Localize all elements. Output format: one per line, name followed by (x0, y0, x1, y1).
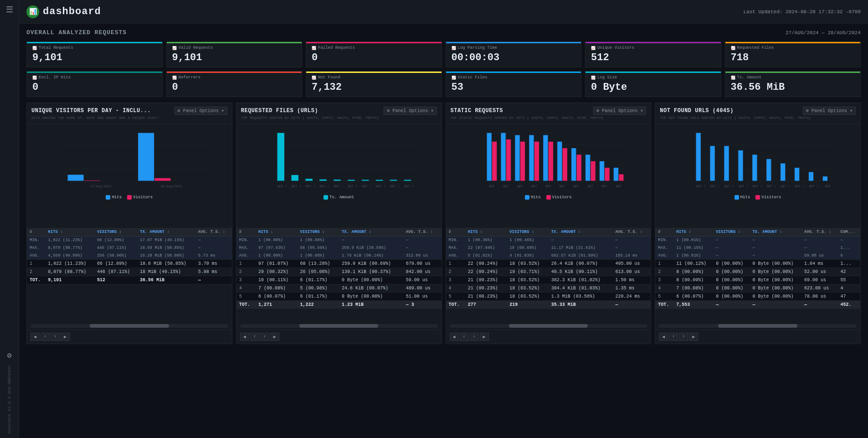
page-btn-1-3[interactable]: ▶ (270, 333, 279, 341)
table-row[interactable]: 47 (00.08%)5 (00.98%)24.6 KiB (00.07%)48… (236, 284, 442, 292)
page-btn-1-2[interactable]: › (260, 333, 269, 341)
panel-requested-files: REQUESTED FILES (URLS)⚙ Panel Options ▾T… (236, 103, 442, 344)
page-btn-3-0[interactable]: ◀ (659, 333, 668, 341)
page-btn-0-0[interactable]: ◀ (31, 333, 40, 341)
stat-card-7[interactable]: 📈 Referrers 0 (166, 71, 303, 97)
svg-text:GET: GET (531, 185, 537, 188)
svg-rect-81 (766, 159, 771, 181)
table-row[interactable]: 28 (00.09%)0 (00.00%)0 Byte (00.00%)52.0… (655, 268, 860, 276)
th-3-3[interactable]: TX. AMOUNT ↕ (750, 228, 801, 237)
page-btn-2-2[interactable]: › (470, 333, 479, 341)
th-0-2[interactable]: VISITORS ↕ (94, 228, 137, 237)
th-2-2[interactable]: VISITORS ↕ (507, 228, 548, 237)
table-row[interactable]: 229 (00.32%)26 (05.08%)139.1 KiB (00.37%… (236, 268, 442, 276)
stat-card-9[interactable]: 📈 Static Files 53 (446, 71, 582, 97)
scroll-thumb-3[interactable] (718, 324, 797, 328)
table-row[interactable]: 310 (00.11%)6 (01.17%)0 Byte (00.00%)59.… (236, 276, 442, 284)
th-3-2[interactable]: VISITORS ↕ (713, 228, 750, 237)
table-row[interactable]: 122 (00.24%)18 (03.52%)26.4 KiB (00.07%)… (446, 259, 651, 268)
min-cell-3-1: 1 (00.01%) (673, 236, 713, 244)
table-row[interactable]: 197 (01.07%)68 (13.28%)259.9 KiB (00.69%… (236, 259, 442, 268)
table-row[interactable]: 11,022 (11.23%)66 (12.89%)18.6 MiB (50.8… (27, 259, 232, 268)
th-1-1[interactable]: HITS ↓ (256, 228, 297, 237)
th-2-1[interactable]: HITS ↕ (465, 228, 507, 237)
panel-options-btn-1[interactable]: ⚙ Panel Options ▾ (384, 107, 437, 115)
stat-card-8[interactable]: 📈 Not Found 7,132 (306, 71, 442, 97)
scroll-thumb-1[interactable] (299, 324, 379, 328)
table-row[interactable]: 47 (00.08%)0 (00.00%)0 Byte (00.00%)623.… (655, 284, 860, 292)
th-0-4[interactable]: AVG. T.S. ↕ (195, 228, 232, 237)
settings-icon[interactable]: ⚙ (7, 351, 12, 360)
page-btn-3-1[interactable]: ‹ (669, 333, 678, 341)
th-0-3[interactable]: TX. AMOUNT ↕ (137, 228, 195, 237)
th-3-0[interactable]: # (655, 228, 673, 237)
scroll-thumb-0[interactable] (90, 324, 169, 328)
stat-card-10[interactable]: 📈 Log Size 0 Byte (585, 71, 721, 97)
th-3-5[interactable]: CUM... (838, 228, 860, 237)
table-row[interactable]: 421 (00.23%)18 (03.52%)384.4 KiB (01.03%… (446, 284, 651, 292)
scroll-track-2[interactable] (450, 324, 647, 328)
th-1-3[interactable]: TX. AMOUNT ↕ (339, 228, 403, 237)
stat-value-4: 512 (591, 52, 715, 63)
th-0-1[interactable]: HITS ↕ (45, 228, 94, 237)
cell-3-3-0: 4 (655, 284, 673, 292)
table-row[interactable]: 56 (00.07%)6 (01.17%)0 Byte (00.00%)51.0… (236, 292, 442, 300)
table-row[interactable]: 321 (00.23%)18 (03.52%)382.3 KiB (01.02%… (446, 276, 651, 284)
th-2-4[interactable]: AVG. T.S. ↕ (612, 228, 651, 237)
panel-options-btn-2[interactable]: ⚙ Panel Options ▾ (593, 107, 646, 115)
page-btn-0-3[interactable]: ▶ (61, 333, 70, 341)
stat-value-5: 718 (731, 52, 855, 63)
th-3-1[interactable]: HITS ↕ (673, 228, 713, 237)
cell-1-1-3: 139.1 KiB (00.37%) (339, 268, 403, 276)
table-row[interactable]: 38 (00.09%)0 (00.00%)0 Byte (00.00%)69.0… (655, 276, 860, 284)
panel-options-btn-3[interactable]: ⚙ Panel Options ▾ (803, 107, 856, 115)
cell-0-0-0: 1 (27, 259, 45, 268)
stat-card-1[interactable]: 📈 Valid Requests 9,101 (166, 41, 303, 67)
page-btn-3-3[interactable]: ▶ (689, 333, 698, 341)
page-btn-2-0[interactable]: ◀ (450, 333, 459, 341)
stat-card-11[interactable]: 📈 Tx. Amount 36.56 MiB (725, 71, 861, 97)
cell-3-4-0: 5 (655, 292, 673, 300)
hamburger-menu[interactable]: ☰ (6, 5, 13, 15)
scroll-track-1[interactable] (240, 324, 438, 328)
page-btn-0-1[interactable]: ‹ (41, 333, 50, 341)
stat-label-11: 📈 Tx. Amount (731, 75, 855, 80)
page-btn-0-2[interactable]: › (51, 333, 60, 341)
th-1-4[interactable]: AVG. T.S. ↕ (403, 228, 442, 237)
table-row[interactable]: 28,079 (88.77%)446 (87.11%)18 MiB (49.15… (27, 268, 232, 276)
cell-0-0-4: 3.70 ms (195, 259, 232, 268)
scroll-thumb-2[interactable] (509, 324, 588, 328)
scroll-track-3[interactable] (659, 324, 857, 328)
th-2-0[interactable]: # (446, 228, 465, 237)
stat-card-3[interactable]: 📈 Log Parsing Time 00:00:03 (446, 41, 582, 67)
table-row[interactable]: 111 (00.12%)0 (00.00%)0 Byte (00.00%)1.6… (655, 259, 860, 268)
page-btn-2-1[interactable]: ‹ (460, 333, 469, 341)
table-row[interactable]: 222 (00.24%)19 (03.71%)40.5 KiB (00.11%)… (446, 268, 651, 276)
panel-options-btn-0[interactable]: ⚙ Panel Options ▾ (175, 107, 227, 115)
stat-card-4[interactable]: 📈 Unique Visitors 512 (585, 41, 721, 67)
page-btn-3-2[interactable]: › (679, 333, 688, 341)
th-0-0[interactable]: # (27, 228, 45, 237)
page-btn-1-1[interactable]: ‹ (250, 333, 259, 341)
table-row[interactable]: 521 (00.23%)18 (03.52%)1.3 MiB (03.56%)2… (446, 292, 651, 300)
table-row[interactable]: 56 (00.07%)0 (00.00%)0 Byte (00.00%)78.0… (655, 292, 860, 300)
avg-cell-1-3: 1.76 KiB (00.14%) (339, 252, 403, 259)
min-cell-1-4: — (403, 236, 442, 244)
page-btn-1-0[interactable]: ◀ (240, 333, 249, 341)
min-cell-2-1: 1 (00.36%) (465, 236, 507, 244)
max-cell-2-0: MAX. (446, 244, 465, 252)
th-1-0[interactable]: # (236, 228, 256, 237)
scroll-track-0[interactable] (31, 324, 228, 328)
th-1-2[interactable]: VISITORS ↕ (297, 228, 339, 237)
stat-card-5[interactable]: 📈 Requested Files 718 (725, 41, 861, 67)
page-btn-2-3[interactable]: ▶ (480, 333, 489, 341)
svg-text:GET /: GET / (710, 185, 720, 188)
th-2-3[interactable]: TX. AMOUNT ↕ (549, 228, 613, 237)
total-row-2: TOT.27721935.33 MiB— (446, 300, 651, 309)
th-3-4[interactable]: AVG. T.S. ↕ (801, 228, 838, 237)
svg-rect-42 (501, 133, 505, 181)
stat-card-0[interactable]: 📈 Total Requests 9,101 (26, 41, 163, 67)
chart-legend-0: HitsVisitors (31, 193, 228, 201)
stat-card-6[interactable]: 📈 Excl. IP Hits 0 (26, 71, 163, 97)
stat-card-2[interactable]: 📈 Failed Requests 0 (306, 41, 442, 67)
